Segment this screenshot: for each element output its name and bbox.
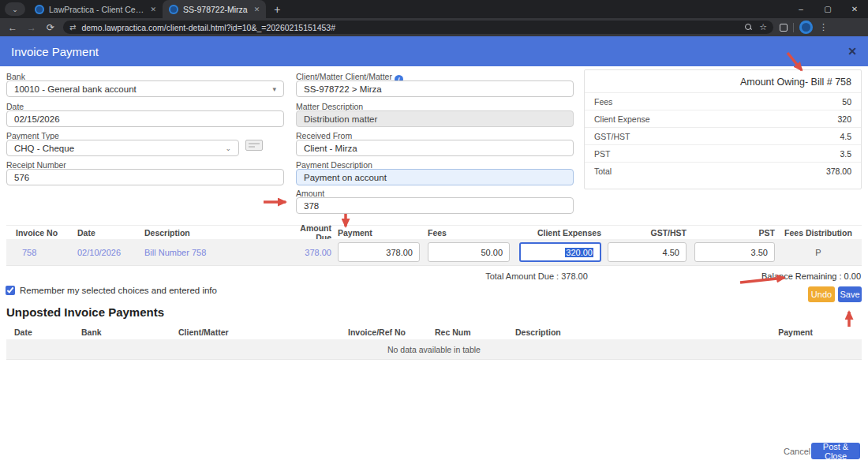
col-gst-hst: GST/HST (601, 228, 687, 238)
col-invoice-no: Invoice No (6, 228, 69, 238)
owing-value: 50 (842, 97, 851, 107)
tab-close-icon[interactable]: ✕ (254, 6, 260, 13)
site-settings-icon[interactable]: ⇄ (69, 23, 76, 32)
owing-row-fees: Fees 50 (585, 92, 861, 110)
fees-distribution-value: P (775, 248, 862, 257)
col-client-expenses: Client Expenses (511, 228, 601, 238)
payment-type-select[interactable]: CHQ - Cheque ⌄ (6, 140, 239, 156)
window-controls: – ▢ ✕ (788, 0, 868, 18)
payment-cell-input[interactable] (338, 242, 420, 262)
modal-close-icon[interactable]: ✕ (847, 45, 857, 58)
col-fees: Fees (421, 228, 511, 238)
reload-icon[interactable]: ⟳ (41, 22, 60, 33)
amount-input[interactable] (296, 197, 574, 214)
amount-owing-title: Amount Owing- Bill # 758 (585, 70, 861, 92)
date-input[interactable] (6, 110, 284, 127)
pst-cell-input[interactable] (694, 242, 775, 262)
owing-row-pst: PST 3.5 (585, 144, 861, 162)
client-expenses-cell-input[interactable]: 320.00 (519, 242, 601, 262)
lawpractica-favicon-icon (169, 5, 178, 14)
address-bar[interactable]: ⇄ demo.lawpractica.com/client-detail.htm… (63, 21, 773, 34)
tab-title: SS-978722-Mirza (183, 5, 248, 14)
extensions-icon[interactable] (780, 24, 788, 32)
browser-toolbar: ← → ⟳ ⇄ demo.lawpractica.com/client-deta… (0, 18, 868, 36)
balance-remaining: Balance Remaining : 0.00 (761, 271, 861, 281)
owing-value: 378.00 (826, 167, 851, 176)
post-and-close-button[interactable]: Post & Close (811, 443, 860, 459)
owing-label: PST (594, 149, 610, 159)
remember-checkbox-row[interactable]: Remember my selected choices and entered… (6, 286, 217, 295)
cheque-icon[interactable] (245, 140, 263, 151)
matter-description-field: Distribution matter (296, 110, 574, 127)
payment-description-field[interactable]: Payment on account (296, 169, 574, 185)
received-from-input[interactable] (296, 140, 574, 156)
invoice-amount-due: 378.00 (282, 248, 331, 257)
back-icon[interactable]: ← (3, 22, 22, 33)
tab-title: LawPractica - Client Centre (49, 5, 144, 14)
minimize-icon[interactable]: – (788, 0, 814, 18)
bookmark-star-icon[interactable]: ☆ (759, 22, 767, 32)
chevron-down-icon: ⌄ (225, 144, 231, 152)
owing-row-total: Total 378.00 (585, 162, 861, 179)
tab-ss-978722-mirza[interactable]: SS-978722-Mirza ✕ (163, 0, 266, 18)
zoom-icon[interactable] (745, 24, 752, 31)
total-amount-due: Total Amount Due : 378.00 (442, 271, 631, 281)
col-invoice-ref-no: Invoice/Ref No (348, 327, 435, 337)
screen: ⌄ LawPractica - Client Centre ✕ SS-97872… (0, 0, 868, 464)
owing-label: Client Expense (594, 114, 650, 124)
tab-close-icon[interactable]: ✕ (150, 6, 156, 13)
tab-client-centre[interactable]: LawPractica - Client Centre ✕ (28, 0, 163, 18)
owing-value: 3.5 (840, 149, 851, 159)
bank-select[interactable]: 10010 - General bank account ▾ (6, 80, 284, 97)
owing-value: 320 (837, 114, 851, 124)
select-caret-icon: ▾ (272, 85, 276, 93)
tab-search-button[interactable]: ⌄ (5, 2, 25, 16)
maximize-icon[interactable]: ▢ (814, 0, 841, 18)
unposted-table-header: Date Bank Client/Matter Invoice/Ref No R… (6, 324, 862, 339)
remember-checkbox[interactable] (6, 286, 15, 295)
save-button[interactable]: Save (838, 286, 862, 302)
forward-icon[interactable]: → (22, 22, 41, 33)
cancel-button[interactable]: Cancel (784, 447, 810, 456)
payment-type-value: CHQ - Cheque (14, 144, 74, 153)
selected-text: 320.00 (565, 248, 593, 257)
url-text: demo.lawpractica.com/client-detail.html?… (81, 23, 335, 32)
bank-value: 10010 - General bank account (14, 84, 137, 94)
undo-button[interactable]: Undo (808, 286, 835, 302)
browser-tab-bar: ⌄ LawPractica - Client Centre ✕ SS-97872… (0, 0, 868, 18)
col-bank: Bank (81, 327, 178, 337)
lawpractica-favicon-icon (35, 5, 44, 14)
col-date: Date (6, 327, 81, 337)
invoice-date: 02/10/2026 (69, 248, 144, 257)
owing-label: Fees (594, 97, 612, 107)
unposted-empty-row: No data available in table (6, 339, 862, 360)
col-payment: Payment (681, 327, 862, 337)
col-payment: Payment (331, 228, 421, 238)
invoice-no-link[interactable]: 758 (6, 248, 69, 257)
fees-cell-input[interactable] (428, 242, 510, 262)
client-matter-input[interactable] (296, 80, 574, 97)
new-tab-button[interactable]: + (274, 3, 280, 16)
remember-label: Remember my selected choices and entered… (20, 286, 217, 295)
col-date: Date (69, 228, 144, 238)
owing-label: Total (594, 167, 612, 176)
gst-hst-cell-input[interactable] (608, 242, 687, 262)
receipt-number-input[interactable] (6, 169, 284, 185)
owing-label: GST/HST (594, 132, 630, 141)
owing-row-client-expense: Client Expense 320 (585, 110, 861, 127)
col-client-matter: Client/Matter (178, 327, 348, 337)
owing-row-gst-hst: GST/HST 4.5 (585, 127, 861, 144)
invoice-table-header: Invoice No Date Description Amount Due P… (6, 225, 862, 239)
close-window-icon[interactable]: ✕ (841, 0, 868, 18)
browser-menu-icon[interactable]: ⋮ (819, 22, 828, 32)
profile-avatar[interactable] (799, 21, 813, 34)
col-description: Description (515, 327, 681, 337)
matter-description-value: Distribution matter (304, 114, 377, 124)
col-pst: PST (687, 228, 775, 238)
invoice-description-link[interactable]: Bill Number 758 (144, 248, 282, 257)
unposted-title: Unposted Invoice Payments (6, 305, 164, 319)
toolbar-divider (793, 23, 794, 32)
col-fees-distribution: Fees Distribution (775, 228, 862, 238)
col-description: Description (144, 228, 282, 238)
modal-title: Invoice Payment (11, 45, 99, 58)
